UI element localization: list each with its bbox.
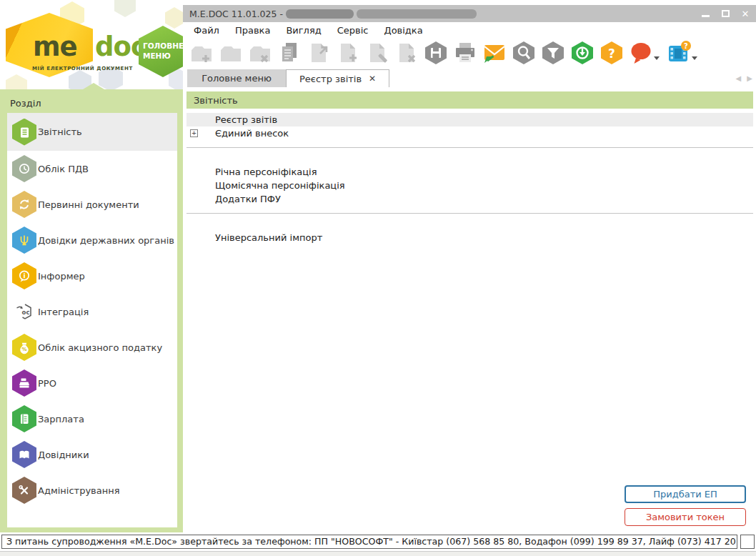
- export-document-icon: [304, 39, 333, 66]
- tab-label: Реєстр звітів: [299, 74, 362, 84]
- content-header: Звітність: [186, 91, 753, 109]
- add-document-icon: [333, 39, 362, 66]
- informer-icon: i: [12, 262, 36, 289]
- divider: [186, 213, 753, 214]
- medoc-window: me doc МІЙ ЕЛЕКТРОННИЙ ДОКУМЕНТ ГОЛОВНЕ …: [0, 0, 756, 556]
- buy-ep-button[interactable]: Придбати ЕП: [625, 485, 746, 503]
- logo-region: me doc МІЙ ЕЛЕКТРОННИЙ ДОКУМЕНТ ГОЛОВНЕ …: [0, 0, 183, 89]
- copy-icon[interactable]: [274, 39, 304, 66]
- tab-nav-next-icon[interactable]: ▶: [747, 74, 752, 82]
- tab-report-register[interactable]: Реєстр звітів ✕: [286, 69, 389, 87]
- sidebar-item-label: Первинні документи: [38, 199, 139, 210]
- menu-help[interactable]: Довідка: [376, 24, 430, 37]
- sidebar-panel: Звітність Облік ПДВ Первинні документи Д…: [7, 113, 177, 527]
- search-icon[interactable]: [509, 39, 538, 66]
- decor-hexagon: [114, 0, 136, 17]
- feedback-dropdown-icon[interactable]: [654, 56, 660, 60]
- gov-certificates-icon: [12, 227, 36, 254]
- sidebar-item-administration[interactable]: Адміністрування: [7, 472, 177, 508]
- expand-icon[interactable]: +: [190, 129, 198, 137]
- integration-icon: ос: [12, 298, 36, 325]
- window-title: M.E.DOC 11.01.025 -: [189, 9, 283, 19]
- sidebar-item-salary[interactable]: Зарплата: [7, 401, 177, 437]
- divider: [186, 147, 753, 148]
- content-list: Реєстр звітів + Єдиний внесок Річна перс…: [186, 113, 753, 244]
- excise-tax-icon: %: [12, 334, 36, 361]
- decor-hexagon: [165, 7, 183, 29]
- svg-text:%: %: [21, 347, 26, 352]
- sidebar-item-label: Інтеграція: [38, 307, 89, 317]
- status-bar-resize-box: [740, 535, 755, 549]
- maximize-icon[interactable]: [720, 9, 730, 19]
- reports-icon: [12, 119, 36, 146]
- update-icon[interactable]: [567, 39, 597, 66]
- logo-tagline: МІЙ ЕЛЕКТРОННИЙ ДОКУМЕНТ: [32, 66, 133, 71]
- list-item-label: Універсальний імпорт: [215, 232, 322, 243]
- sidebar-item-directories[interactable]: Довідники: [7, 437, 177, 472]
- help-icon[interactable]: ?: [597, 39, 626, 66]
- order-token-button[interactable]: Замовити токен: [625, 508, 746, 526]
- save-icon[interactable]: [421, 39, 450, 66]
- list-item-pfu-annexes[interactable]: Додатки ПФУ: [186, 192, 753, 206]
- status-bar: З питань супроводження «M.E.Doc» звертай…: [1, 535, 737, 549]
- bottom-strip: [0, 551, 756, 556]
- video-tutorials-dropdown-icon[interactable]: [692, 56, 697, 60]
- send-receive-mail-icon[interactable]: [479, 39, 509, 66]
- vat-icon: [12, 155, 36, 182]
- title-bar: M.E.DOC 11.01.025 - ✕: [183, 5, 756, 22]
- redacted-text: [357, 9, 477, 19]
- menu-edit[interactable]: Правка: [227, 24, 278, 37]
- tab-close-icon[interactable]: ✕: [369, 74, 376, 84]
- sidebar-item-gov-certificates[interactable]: Довідки державних органів: [7, 222, 177, 258]
- sidebar-item-excise-tax[interactable]: % Облік акцизного податку: [7, 329, 177, 365]
- sidebar-item-reports[interactable]: Звітність: [7, 113, 177, 151]
- sidebar-header: Розділ: [10, 98, 41, 109]
- feedback-icon[interactable]: [626, 39, 655, 66]
- sidebar-item-label: Довідки державних органів: [38, 235, 174, 246]
- list-item-annual-personification[interactable]: Річна персоніфікація: [186, 165, 753, 179]
- sidebar-item-label: Облік акцизного податку: [38, 342, 162, 353]
- sidebar-item-label: Інформер: [38, 271, 85, 282]
- toolbar: ? ?: [183, 38, 756, 68]
- tab-nav-prev-icon[interactable]: ◀: [736, 74, 742, 82]
- sidebar-item-label: Довідники: [38, 450, 89, 460]
- sidebar-item-vat[interactable]: Облік ПДВ: [7, 151, 177, 187]
- tab-main-menu[interactable]: Головне меню: [187, 69, 286, 87]
- sidebar-item-rro[interactable]: РРО: [7, 365, 177, 401]
- list-item-label: Річна персоніфікація: [215, 167, 317, 177]
- list-item-label: Реєстр звітів: [215, 114, 277, 125]
- new-report-icon: [186, 39, 216, 66]
- list-item-report-register[interactable]: Реєстр звітів: [186, 113, 753, 126]
- close-icon[interactable]: ✕: [740, 9, 750, 19]
- administration-icon: [12, 477, 36, 504]
- edit-document-icon: [362, 39, 392, 66]
- filter-icon[interactable]: [538, 39, 567, 66]
- sidebar-item-label: РРО: [38, 378, 56, 389]
- menu-service[interactable]: Сервіс: [329, 24, 377, 37]
- menu-view[interactable]: Вигляд: [278, 24, 329, 37]
- menu-file[interactable]: Файл: [186, 24, 227, 37]
- minimize-icon[interactable]: [700, 9, 710, 19]
- list-item-monthly-personification[interactable]: Щомісячна персоніфікація: [186, 179, 753, 192]
- sidebar-item-informer[interactable]: i Інформер: [7, 258, 177, 294]
- svg-text:i: i: [23, 272, 25, 279]
- list-item-single-contribution[interactable]: + Єдиний внесок: [186, 126, 753, 140]
- tab-strip: Головне меню Реєстр звітів ✕ ◀ ▶: [183, 68, 756, 87]
- spacer: [186, 221, 753, 231]
- svg-text:?: ?: [684, 42, 688, 50]
- directories-icon: [12, 441, 36, 468]
- sidebar-item-primary-docs[interactable]: Первинні документи: [7, 187, 177, 222]
- list-item-universal-import[interactable]: Універсальний імпорт: [186, 231, 753, 244]
- spacer: [186, 155, 753, 165]
- sidebar-item-label: Адміністрування: [38, 485, 120, 496]
- list-item-label: Єдиний внесок: [215, 128, 289, 139]
- sidebar-item-integration[interactable]: ос Інтеграція: [7, 294, 177, 329]
- video-tutorials-icon[interactable]: ?: [664, 39, 693, 66]
- rro-icon: [12, 369, 36, 397]
- sidebar-item-label: Звітність: [38, 126, 82, 137]
- main-menu-button-label: ГОЛОВНЕ МЕНЮ: [143, 41, 183, 61]
- delete-folder-icon: [245, 39, 274, 66]
- print-icon[interactable]: [450, 39, 479, 66]
- tab-navigation: ◀ ▶: [736, 74, 752, 82]
- sidebar-item-label: Облік ПДВ: [38, 164, 89, 174]
